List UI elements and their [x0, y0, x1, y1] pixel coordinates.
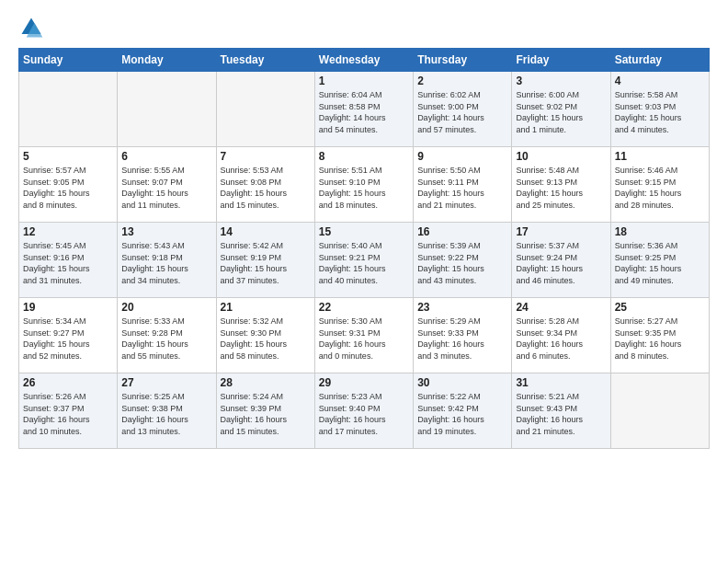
- day-number: 21: [221, 301, 311, 314]
- day-info: Sunrise: 5:40 AM Sunset: 9:21 PM Dayligh…: [319, 240, 409, 286]
- day-cell: 1Sunrise: 6:04 AM Sunset: 8:58 PM Daylig…: [314, 72, 413, 147]
- day-number: 31: [516, 376, 606, 389]
- day-number: 1: [319, 75, 409, 87]
- day-info: Sunrise: 5:53 AM Sunset: 9:08 PM Dayligh…: [221, 165, 311, 211]
- day-cell: 23Sunrise: 5:29 AM Sunset: 9:33 PM Dayli…: [414, 298, 512, 373]
- calendar-header: SundayMondayTuesdayWednesdayThursdayFrid…: [19, 49, 710, 72]
- day-cell: 13Sunrise: 5:43 AM Sunset: 9:18 PM Dayli…: [118, 223, 216, 298]
- logo-icon: [18, 15, 44, 40]
- day-cell: 10Sunrise: 5:48 AM Sunset: 9:13 PM Dayli…: [512, 147, 610, 223]
- day-cell: 31Sunrise: 5:21 AM Sunset: 9:43 PM Dayli…: [512, 373, 610, 449]
- day-number: 6: [121, 150, 211, 163]
- day-info: Sunrise: 5:22 AM Sunset: 9:42 PM Dayligh…: [417, 391, 507, 437]
- day-number: 30: [417, 376, 507, 389]
- day-number: 28: [221, 376, 311, 389]
- day-info: Sunrise: 5:55 AM Sunset: 9:07 PM Dayligh…: [121, 165, 211, 211]
- day-cell: 5Sunrise: 5:57 AM Sunset: 9:05 PM Daylig…: [19, 147, 118, 223]
- day-info: Sunrise: 5:39 AM Sunset: 9:22 PM Dayligh…: [417, 240, 507, 286]
- day-number: 26: [23, 376, 113, 389]
- day-number: 15: [319, 225, 409, 238]
- day-cell: 22Sunrise: 5:30 AM Sunset: 9:31 PM Dayli…: [314, 298, 413, 373]
- header-cell-saturday: Saturday: [610, 49, 709, 72]
- day-info: Sunrise: 6:00 AM Sunset: 9:02 PM Dayligh…: [516, 89, 606, 135]
- day-number: 25: [615, 301, 705, 314]
- day-number: 5: [23, 150, 113, 163]
- logo: [18, 15, 48, 40]
- day-cell: 27Sunrise: 5:25 AM Sunset: 9:38 PM Dayli…: [118, 373, 216, 449]
- day-cell: 4Sunrise: 5:58 AM Sunset: 9:03 PM Daylig…: [610, 72, 709, 147]
- day-number: 22: [319, 301, 409, 314]
- day-cell: 12Sunrise: 5:45 AM Sunset: 9:16 PM Dayli…: [19, 223, 118, 298]
- day-number: 4: [615, 75, 705, 87]
- day-info: Sunrise: 5:36 AM Sunset: 9:25 PM Dayligh…: [615, 240, 705, 286]
- day-cell: 28Sunrise: 5:24 AM Sunset: 9:39 PM Dayli…: [216, 373, 314, 449]
- page: SundayMondayTuesdayWednesdayThursdayFrid…: [0, 0, 728, 563]
- week-row-5: 26Sunrise: 5:26 AM Sunset: 9:37 PM Dayli…: [19, 373, 710, 449]
- header-cell-thursday: Thursday: [414, 49, 512, 72]
- day-info: Sunrise: 5:27 AM Sunset: 9:35 PM Dayligh…: [615, 316, 705, 362]
- day-info: Sunrise: 5:42 AM Sunset: 9:19 PM Dayligh…: [221, 240, 311, 286]
- day-number: 29: [319, 376, 409, 389]
- day-cell: [118, 72, 216, 147]
- header-cell-sunday: Sunday: [19, 49, 118, 72]
- day-cell: 16Sunrise: 5:39 AM Sunset: 9:22 PM Dayli…: [414, 223, 512, 298]
- day-cell: [216, 72, 314, 147]
- day-info: Sunrise: 5:51 AM Sunset: 9:10 PM Dayligh…: [319, 165, 409, 211]
- day-info: Sunrise: 5:25 AM Sunset: 9:38 PM Dayligh…: [121, 391, 211, 437]
- day-cell: 24Sunrise: 5:28 AM Sunset: 9:34 PM Dayli…: [512, 298, 610, 373]
- day-info: Sunrise: 5:26 AM Sunset: 9:37 PM Dayligh…: [23, 391, 113, 437]
- day-number: 2: [417, 75, 507, 87]
- day-cell: 3Sunrise: 6:00 AM Sunset: 9:02 PM Daylig…: [512, 72, 610, 147]
- day-info: Sunrise: 5:57 AM Sunset: 9:05 PM Dayligh…: [23, 165, 113, 211]
- day-cell: [610, 373, 709, 449]
- day-info: Sunrise: 5:46 AM Sunset: 9:15 PM Dayligh…: [615, 165, 705, 211]
- header-row: SundayMondayTuesdayWednesdayThursdayFrid…: [19, 49, 710, 72]
- day-cell: 29Sunrise: 5:23 AM Sunset: 9:40 PM Dayli…: [314, 373, 413, 449]
- day-info: Sunrise: 5:21 AM Sunset: 9:43 PM Dayligh…: [516, 391, 606, 437]
- day-number: 23: [417, 301, 507, 314]
- day-cell: 30Sunrise: 5:22 AM Sunset: 9:42 PM Dayli…: [414, 373, 512, 449]
- day-number: 3: [516, 75, 606, 87]
- day-number: 13: [121, 225, 211, 238]
- day-info: Sunrise: 5:58 AM Sunset: 9:03 PM Dayligh…: [615, 89, 705, 135]
- header-cell-friday: Friday: [512, 49, 610, 72]
- day-cell: [19, 72, 118, 147]
- day-number: 17: [516, 225, 606, 238]
- day-info: Sunrise: 5:24 AM Sunset: 9:39 PM Dayligh…: [221, 391, 311, 437]
- day-info: Sunrise: 5:48 AM Sunset: 9:13 PM Dayligh…: [516, 165, 606, 211]
- day-number: 27: [121, 376, 211, 389]
- day-cell: 2Sunrise: 6:02 AM Sunset: 9:00 PM Daylig…: [414, 72, 512, 147]
- day-info: Sunrise: 5:30 AM Sunset: 9:31 PM Dayligh…: [319, 316, 409, 362]
- day-cell: 19Sunrise: 5:34 AM Sunset: 9:27 PM Dayli…: [19, 298, 118, 373]
- day-info: Sunrise: 5:32 AM Sunset: 9:30 PM Dayligh…: [221, 316, 311, 362]
- day-number: 20: [121, 301, 211, 314]
- header-cell-wednesday: Wednesday: [314, 49, 413, 72]
- day-info: Sunrise: 5:28 AM Sunset: 9:34 PM Dayligh…: [516, 316, 606, 362]
- day-cell: 20Sunrise: 5:33 AM Sunset: 9:28 PM Dayli…: [118, 298, 216, 373]
- day-info: Sunrise: 5:43 AM Sunset: 9:18 PM Dayligh…: [121, 240, 211, 286]
- week-row-1: 1Sunrise: 6:04 AM Sunset: 8:58 PM Daylig…: [19, 72, 710, 147]
- day-number: 24: [516, 301, 606, 314]
- day-info: Sunrise: 5:29 AM Sunset: 9:33 PM Dayligh…: [417, 316, 507, 362]
- day-cell: 18Sunrise: 5:36 AM Sunset: 9:25 PM Dayli…: [610, 223, 709, 298]
- day-info: Sunrise: 6:02 AM Sunset: 9:00 PM Dayligh…: [417, 89, 507, 135]
- header: [18, 15, 710, 40]
- calendar-body: 1Sunrise: 6:04 AM Sunset: 8:58 PM Daylig…: [19, 72, 710, 449]
- day-info: Sunrise: 5:33 AM Sunset: 9:28 PM Dayligh…: [121, 316, 211, 362]
- day-info: Sunrise: 5:34 AM Sunset: 9:27 PM Dayligh…: [23, 316, 113, 362]
- header-cell-tuesday: Tuesday: [216, 49, 314, 72]
- day-cell: 26Sunrise: 5:26 AM Sunset: 9:37 PM Dayli…: [19, 373, 118, 449]
- day-number: 9: [417, 150, 507, 163]
- day-number: 19: [23, 301, 113, 314]
- day-cell: 25Sunrise: 5:27 AM Sunset: 9:35 PM Dayli…: [610, 298, 709, 373]
- week-row-2: 5Sunrise: 5:57 AM Sunset: 9:05 PM Daylig…: [19, 147, 710, 223]
- day-cell: 6Sunrise: 5:55 AM Sunset: 9:07 PM Daylig…: [118, 147, 216, 223]
- day-cell: 21Sunrise: 5:32 AM Sunset: 9:30 PM Dayli…: [216, 298, 314, 373]
- week-row-4: 19Sunrise: 5:34 AM Sunset: 9:27 PM Dayli…: [19, 298, 710, 373]
- day-info: Sunrise: 5:50 AM Sunset: 9:11 PM Dayligh…: [417, 165, 507, 211]
- calendar: SundayMondayTuesdayWednesdayThursdayFrid…: [18, 48, 710, 449]
- header-cell-monday: Monday: [118, 49, 216, 72]
- day-number: 10: [516, 150, 606, 163]
- day-cell: 15Sunrise: 5:40 AM Sunset: 9:21 PM Dayli…: [314, 223, 413, 298]
- day-cell: 8Sunrise: 5:51 AM Sunset: 9:10 PM Daylig…: [314, 147, 413, 223]
